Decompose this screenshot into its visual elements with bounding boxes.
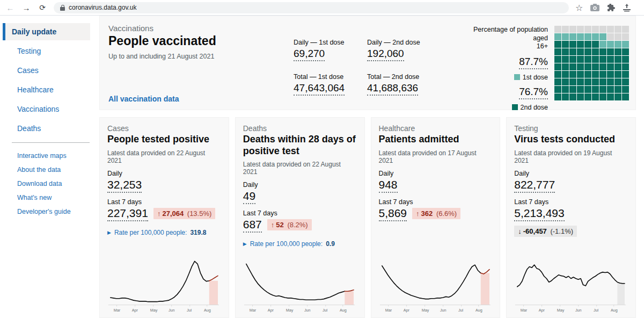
last-7-days-label: Last 7 days — [243, 209, 357, 217]
waffle-cell — [614, 56, 621, 63]
waffle-cell — [607, 26, 614, 33]
rate-label: Rate per 100,000 people: — [250, 240, 323, 248]
metric-label: Daily — 2nd dose — [367, 39, 440, 46]
week-value[interactable]: 5,869 — [379, 207, 407, 221]
change-badge[interactable]: ↑27,064 (13.5%) — [153, 208, 215, 219]
sidebar-item-deaths[interactable]: Deaths — [12, 120, 99, 137]
sidebar-item-interactive-maps[interactable]: Interactive maps — [12, 149, 99, 162]
daily-label: Daily — [107, 170, 221, 177]
change-badge[interactable]: ↑362 (6.6%) — [412, 208, 460, 219]
hero-caption: Vaccinations — [108, 24, 294, 33]
waffle-cell — [569, 56, 576, 63]
waffle-cell — [592, 33, 599, 40]
daily-value[interactable]: 948 — [379, 178, 398, 193]
all-vaccination-data-link[interactable]: All vaccination data — [108, 95, 294, 103]
rate-per-100k-row[interactable]: ▶Rate per 100,000 people:319.8 — [107, 229, 221, 236]
waffle-cell — [554, 41, 561, 48]
sidebar-item-vaccinations[interactable]: Vaccinations — [12, 100, 99, 118]
latest-incomplete-band — [345, 291, 354, 305]
sidebar-item-healthcare[interactable]: Healthcare — [12, 81, 99, 98]
sidebar-item-what-s-new[interactable]: What's new — [12, 191, 99, 204]
trend-line-chart: MarAprMayJunJulAug — [107, 254, 221, 317]
sidebar-item-developer-s-guide[interactable]: Developer's guide — [12, 205, 99, 218]
sidebar-item-daily-update[interactable]: Daily update — [3, 23, 90, 40]
x-axis-label: Aug — [611, 308, 618, 313]
waffle-cell — [614, 63, 621, 70]
trend-line — [517, 265, 625, 287]
daily-value[interactable]: 49 — [243, 190, 255, 204]
daily-value[interactable]: 822,777 — [514, 178, 555, 193]
waffle-cell — [599, 56, 606, 63]
metric-label: Total — 1st dose — [294, 73, 366, 81]
waffle-cell — [614, 86, 621, 93]
metric-value[interactable]: 192,060 — [367, 48, 404, 61]
trend-line-chart: MarAprMayJunJulAug — [379, 254, 493, 317]
waffle-title: Percentage of population aged 16+ — [457, 26, 548, 51]
arrow-up-icon: ↑ — [157, 209, 161, 218]
waffle-cell — [622, 71, 629, 78]
browser-toolbar: ← → ⟳ coronavirus.data.gov.uk ☆ — [0, 0, 644, 16]
card-title: Virus tests conducted — [514, 134, 628, 146]
forward-icon[interactable]: → — [21, 3, 31, 12]
waffle-cell — [569, 33, 576, 40]
waffle-cell — [577, 26, 584, 33]
reload-icon[interactable]: ⟳ — [38, 3, 47, 12]
address-bar[interactable]: coronavirus.data.gov.uk — [54, 2, 569, 13]
first-dose-percentage[interactable]: 87.7% — [519, 56, 548, 69]
sidebar-item-download-data[interactable]: Download data — [12, 177, 99, 190]
change-value: 27,064 — [162, 209, 184, 218]
metric-value[interactable]: 69,270 — [294, 48, 325, 61]
waffle-cell — [554, 26, 561, 33]
card-date-note: Latest data provided on 19 August 2021 — [514, 149, 628, 164]
change-badge[interactable]: ↑52 (8.2%) — [267, 219, 312, 230]
waffle-cell — [562, 41, 569, 48]
metric-value[interactable]: 41,688,636 — [367, 82, 418, 96]
hero-subtitle: Up to and including 21 August 2021 — [108, 53, 294, 60]
waffle-cell — [614, 41, 621, 48]
waffle-cell — [584, 86, 591, 93]
waffle-cell — [562, 71, 569, 78]
week-value[interactable]: 5,213,493 — [514, 207, 564, 221]
waffle-cell — [599, 26, 606, 33]
week-value[interactable]: 227,391 — [107, 207, 148, 221]
waffle-cell — [577, 48, 584, 55]
vaccination-metrics: Daily — 1st dose69,270Daily — 2nd dose19… — [294, 39, 440, 103]
week-value[interactable]: 687 — [243, 218, 262, 233]
waffle-cell — [577, 93, 584, 100]
sidebar-item-testing[interactable]: Testing — [12, 42, 99, 60]
waffle-cell — [599, 41, 606, 48]
x-axis-label: Mar — [114, 308, 121, 313]
x-axis-label: May — [557, 308, 565, 313]
card-date-note: Latest data provided on 22 August 2021 — [243, 161, 357, 176]
second-dose-percentage[interactable]: 76.7% — [519, 86, 548, 99]
x-axis-label: Jun — [169, 308, 175, 313]
waffle-cell — [592, 26, 599, 33]
waffle-cell — [614, 33, 621, 40]
waffle-cell — [622, 86, 629, 93]
rate-per-100k-row[interactable]: ▶Rate per 100,000 people:0.9 — [243, 240, 357, 248]
daily-label: Daily — [514, 170, 628, 177]
waffle-cell — [599, 78, 606, 85]
x-axis-label: Apr — [403, 308, 409, 313]
vaccination-waffle-chart: Percentage of population aged 16+ 87.7% … — [457, 24, 629, 103]
first-dose-swatch-icon — [514, 74, 520, 80]
daily-value[interactable]: 32,253 — [107, 178, 142, 193]
metric-value[interactable]: 47,643,064 — [294, 82, 345, 96]
waffle-cell — [577, 33, 584, 40]
install-icon[interactable] — [623, 4, 631, 12]
waffle-cell — [562, 26, 569, 33]
extensions-puzzle-icon[interactable] — [607, 4, 615, 12]
cases-trend-chart: MarAprMayJunJulAug — [107, 254, 221, 317]
card-title: Patients admitted — [379, 134, 493, 146]
daily-label: Daily — [379, 170, 493, 177]
camera-icon[interactable] — [590, 4, 599, 11]
change-badge[interactable]: ↓-60,457 (-1.1%) — [514, 226, 577, 237]
waffle-cell — [614, 71, 621, 78]
back-icon[interactable]: ← — [5, 3, 15, 12]
sidebar-item-about-the-data[interactable]: About the data — [12, 163, 99, 176]
sidebar-item-cases[interactable]: Cases — [12, 62, 99, 79]
bookmark-star-icon[interactable]: ☆ — [575, 3, 583, 13]
card-caption: Deaths — [243, 124, 357, 133]
trend-line-latest-red — [345, 290, 354, 292]
waffle-cell — [562, 93, 569, 100]
